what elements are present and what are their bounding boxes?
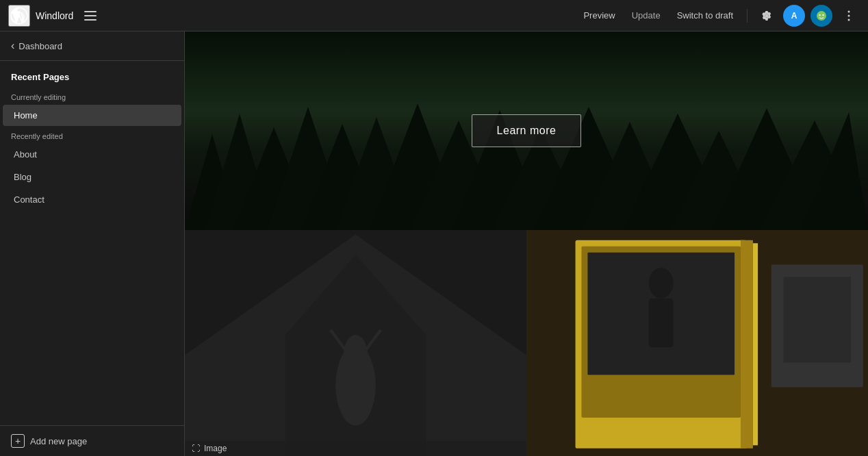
sidebar-item-about[interactable]: About (3, 144, 181, 165)
svg-point-37 (649, 268, 674, 299)
add-icon: + (11, 434, 25, 448)
canvas: Learn more (185, 31, 868, 456)
canvas-inner: Learn more (185, 31, 868, 456)
svg-rect-42 (784, 277, 851, 362)
hero-section: Learn more (185, 31, 868, 230)
currently-editing-label: Currently editing (0, 88, 184, 104)
svg-point-30 (344, 335, 368, 375)
left-image-svg (185, 230, 526, 456)
settings-button[interactable] (756, 5, 778, 27)
learn-more-button[interactable]: Learn more (472, 114, 582, 147)
switch-draft-button[interactable]: Switch to draft (672, 8, 739, 23)
svg-point-4 (819, 14, 820, 15)
sidebar-item-blog[interactable]: Blog (3, 166, 181, 188)
back-label: Dashboard (18, 41, 62, 51)
svg-rect-40 (753, 243, 758, 445)
sidebar: ‹ Dashboard Recent Pages Currently editi… (0, 31, 185, 456)
main-area: ‹ Dashboard Recent Pages Currently editi… (0, 31, 868, 456)
recent-pages-title: Recent Pages (0, 61, 184, 88)
wapuu-button[interactable] (810, 5, 832, 27)
toolbar-divider (747, 9, 748, 23)
sidebar-back-button[interactable]: ‹ Dashboard (0, 31, 184, 61)
image-label: Image (204, 444, 227, 453)
image-annotation-bar: ⛶ Image (185, 441, 526, 456)
toolbar-left: Windlord (8, 5, 102, 27)
sidebar-item-home[interactable]: Home (3, 105, 181, 126)
user-avatar-button[interactable]: A (783, 5, 805, 27)
more-options-button[interactable] (838, 5, 860, 27)
wp-logo-button[interactable] (8, 5, 30, 27)
svg-point-6 (848, 10, 850, 12)
svg-rect-38 (649, 299, 674, 348)
preview-button[interactable]: Preview (578, 8, 620, 23)
site-name: Windlord (36, 10, 73, 21)
recently-edited-label: Recently edited (0, 127, 184, 143)
svg-point-8 (848, 18, 850, 21)
content-row: ⛶ Image (185, 230, 868, 456)
image-icon: ⛶ (192, 444, 200, 453)
update-button[interactable]: Update (626, 8, 666, 23)
right-image-block (526, 230, 868, 456)
sidebar-item-contact[interactable]: Contact (3, 189, 181, 210)
svg-rect-39 (741, 240, 753, 448)
add-new-label: Add new page (30, 436, 87, 446)
left-image-block: ⛶ Image (185, 230, 526, 456)
add-new-page-button[interactable]: + Add new page (0, 425, 184, 456)
svg-rect-0 (84, 11, 97, 12)
hamburger-button[interactable] (79, 8, 102, 23)
toolbar-right: Preview Update Switch to draft A (578, 5, 860, 27)
svg-point-7 (848, 14, 850, 16)
top-toolbar: Windlord Preview Update Switch to draft … (0, 0, 868, 31)
right-image-svg (526, 230, 868, 456)
back-arrow-icon: ‹ (11, 40, 14, 52)
svg-point-5 (822, 14, 824, 15)
svg-rect-2 (84, 19, 97, 21)
svg-point-3 (817, 11, 826, 21)
svg-rect-1 (84, 15, 97, 16)
